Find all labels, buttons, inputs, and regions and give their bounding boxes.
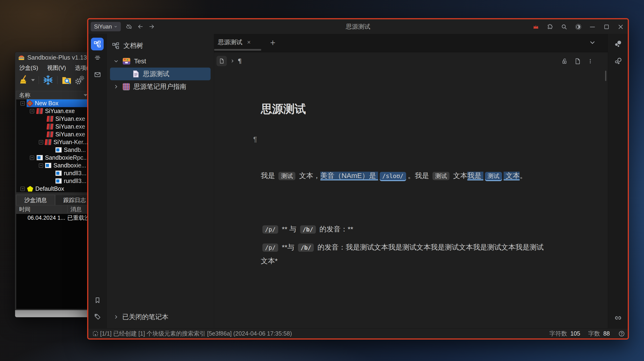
- collapse-toggle[interactable]: −: [20, 187, 25, 191]
- collapse-toggle[interactable]: −: [39, 140, 43, 144]
- collapse-toggle[interactable]: −: [20, 101, 25, 106]
- back-arrow-icon[interactable]: [137, 24, 144, 30]
- menu-sandbox[interactable]: 沙盒(S): [19, 64, 38, 72]
- empty-paragraph-mark[interactable]: ¶: [253, 132, 605, 146]
- more-kebab-icon[interactable]: [587, 58, 593, 64]
- notebook-item-test[interactable]: Test: [107, 55, 214, 68]
- tab-bar: 思源测试 × +: [214, 34, 608, 52]
- theme-contrast-icon[interactable]: [575, 24, 581, 30]
- file-tree-dock-icon[interactable]: [91, 38, 104, 50]
- log-tabs: 沙盒消息 跟踪日志: [16, 195, 94, 205]
- graph-dock-icon[interactable]: [614, 40, 622, 48]
- new-tab-button[interactable]: +: [270, 38, 275, 48]
- chevron-down-icon[interactable]: [113, 58, 119, 64]
- tab-document[interactable]: 思源测试 ×: [214, 34, 265, 50]
- settings-gears-icon[interactable]: [74, 75, 85, 86]
- workspace-button[interactable]: SiYuan: [91, 22, 121, 31]
- maximize-icon[interactable]: [603, 24, 609, 30]
- collapse-toggle[interactable]: −: [30, 156, 34, 160]
- closed-notebooks-toggle[interactable]: 已关闭的笔记本: [107, 312, 168, 322]
- chevron-down-icon: [114, 25, 118, 28]
- global-graph-dock-icon[interactable]: [614, 57, 622, 65]
- siyuan-exe-icon: [47, 116, 54, 122]
- doctree-title: 文档树: [124, 41, 143, 50]
- broom-dropdown-caret-icon[interactable]: [31, 79, 35, 81]
- siyuan-exe-icon: [36, 108, 43, 114]
- editor-area: 思源测试 × + ¶: [214, 34, 608, 328]
- cloud-off-icon[interactable]: [126, 24, 132, 30]
- siyuan-kernel-icon: [45, 139, 52, 145]
- outline-dock-icon[interactable]: [94, 54, 101, 61]
- sandbox-box-icon: [27, 186, 33, 192]
- document-icon: [132, 70, 139, 78]
- paragraph-block[interactable]: /p/ ** 与 /b/ 的发音：**: [261, 222, 605, 236]
- inbox-dock-icon[interactable]: [94, 71, 101, 78]
- status-bar: [1/1] 已经创建 [1] 个块级元素的搜索索引 [5e3f86a] (202…: [88, 328, 628, 338]
- char-count-label: 字符数: [549, 330, 567, 338]
- document-tree-panel: 文档树 Test 思源测试 思源笔记用户指南: [107, 34, 214, 328]
- tab-scroll-indicator[interactable]: [214, 49, 261, 51]
- close-icon[interactable]: [618, 24, 624, 30]
- window-app-icon: [55, 178, 62, 184]
- help-icon[interactable]: [618, 330, 624, 336]
- freeze-snowflake-icon[interactable]: [43, 75, 54, 86]
- breadcrumb-doc-icon[interactable]: [216, 56, 227, 66]
- backlinks-link-dock-icon[interactable]: [614, 314, 622, 322]
- paragraph-block[interactable]: 我是 测试 文本，美音（NAmE）是 /sloʊ/。我是 测试 文本我是 测试 …: [261, 169, 605, 183]
- breadcrumb-chevron-icon: [230, 59, 235, 63]
- breadcrumb-paragraph-mark[interactable]: ¶: [238, 58, 242, 65]
- file-icon[interactable]: [574, 58, 580, 64]
- chevron-right-icon: [113, 314, 119, 320]
- sandboxie-window-title: Sandboxie-Plus v1.13.4: [27, 54, 92, 61]
- paragraph-block[interactable]: /p/ **与 /b/ 的发音：我是测试文本我是测试文本我是测试文本我是测试文本…: [261, 241, 605, 268]
- notebook-box-icon: [123, 58, 130, 64]
- browse-folder-icon[interactable]: [61, 75, 72, 86]
- status-message: [1/1] 已经创建 [1] 个块级元素的搜索索引 [5e3f86a] (202…: [100, 330, 292, 338]
- forward-arrow-icon[interactable]: [149, 24, 155, 30]
- editor-scrollbar[interactable]: [605, 71, 606, 81]
- word-count-value: 88: [603, 330, 610, 337]
- message-column-header[interactable]: 消息: [68, 206, 82, 213]
- siyuan-window: SiYuan 思源测试: [87, 18, 629, 340]
- window-app-icon: [36, 155, 43, 160]
- index-status-icon[interactable]: [92, 330, 98, 336]
- search-icon[interactable]: [561, 24, 567, 30]
- window-title: 思源测试: [346, 22, 370, 31]
- clean-broom-icon[interactable]: [18, 75, 29, 86]
- bookmark-dock-icon[interactable]: [94, 297, 101, 304]
- left-dock: [88, 34, 107, 328]
- siyuan-exe-icon: [47, 124, 54, 130]
- guide-notebook-icon: [123, 83, 130, 90]
- tab-close-icon[interactable]: ×: [247, 38, 251, 46]
- menu-view[interactable]: 视图(V): [47, 64, 66, 72]
- vip-crown-icon[interactable]: [532, 24, 539, 30]
- unlock-icon[interactable]: [562, 58, 568, 64]
- time-column-header[interactable]: 时间: [16, 205, 68, 213]
- document-content[interactable]: 思源测试 ¶ 我是 测试 文本，美音（NAmE）是 /sloʊ/。我是 测试 文…: [261, 70, 605, 328]
- tab-sandbox-messages[interactable]: 沙盒消息: [16, 195, 55, 205]
- char-count-value: 105: [570, 330, 580, 337]
- doctree-header[interactable]: 文档树: [112, 40, 214, 52]
- document-title[interactable]: 思源测试: [261, 102, 605, 116]
- window-app-icon: [45, 163, 51, 168]
- minimize-icon[interactable]: [589, 24, 595, 30]
- sandbox-box-icon: [26, 100, 33, 107]
- siyuan-exe-icon: [47, 132, 54, 137]
- window-app-icon: [55, 147, 62, 152]
- tab-list-chevron-icon[interactable]: [589, 39, 596, 46]
- siyuan-titlebar[interactable]: SiYuan 思源测试: [88, 19, 628, 34]
- plugins-puzzle-icon[interactable]: [547, 24, 553, 30]
- window-app-icon: [55, 170, 62, 176]
- chevron-right-icon[interactable]: [113, 84, 119, 90]
- collapse-toggle[interactable]: −: [39, 164, 43, 168]
- doc-item-selected[interactable]: 思源测试: [110, 68, 210, 80]
- sort-caret-icon: [84, 94, 88, 96]
- file-tree-icon: [112, 42, 119, 49]
- sandboxie-app-icon: [18, 54, 25, 61]
- notebook-item-guide[interactable]: 思源笔记用户指南: [107, 80, 214, 93]
- tag-dock-icon[interactable]: [94, 313, 101, 320]
- toolbar-separator: [57, 76, 58, 84]
- collapse-toggle[interactable]: −: [30, 109, 34, 113]
- breadcrumb-bar: ¶: [214, 52, 608, 70]
- desktop: Sandboxie-Plus v1.13.4 沙盒(S) 视图(V) 选项(O): [0, 0, 644, 361]
